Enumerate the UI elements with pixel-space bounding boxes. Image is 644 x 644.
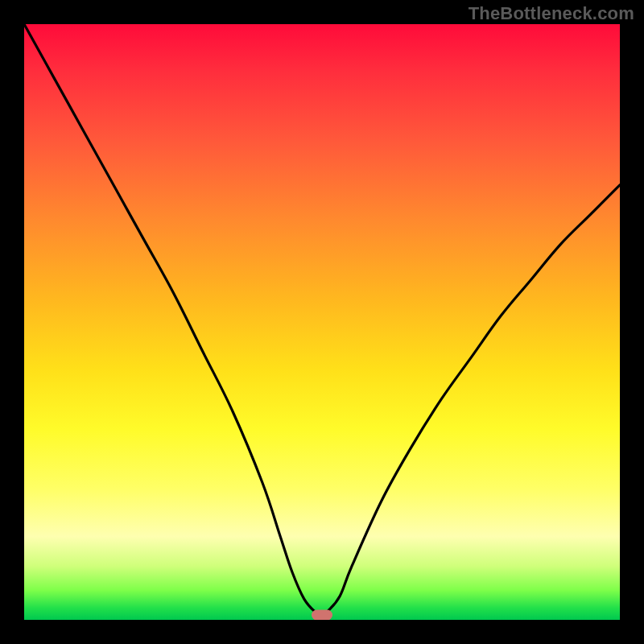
chart-plot-area	[24, 24, 620, 620]
chart-frame: TheBottleneck.com	[0, 0, 644, 644]
watermark-text: TheBottleneck.com	[469, 3, 634, 24]
chart-curve	[24, 24, 620, 620]
optimal-point-marker	[312, 610, 332, 620]
